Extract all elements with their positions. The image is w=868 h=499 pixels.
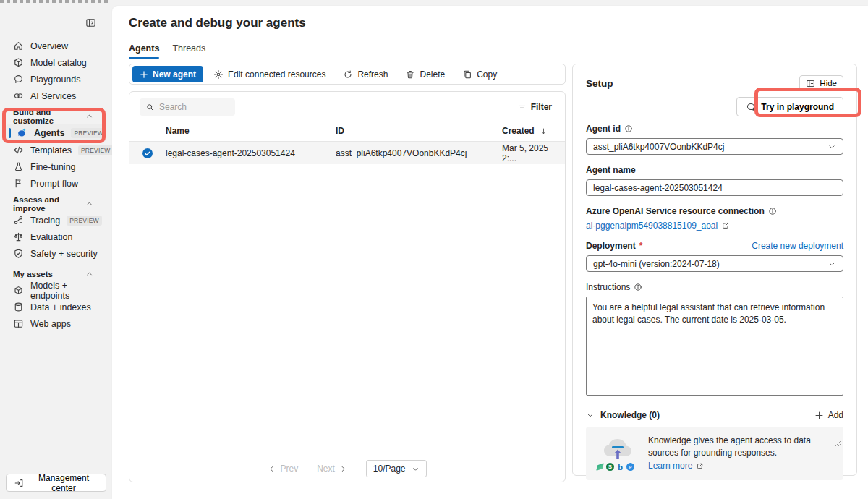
scales-icon [13,231,24,242]
prev-page-button[interactable]: Prev [268,464,298,474]
deployment-select[interactable]: gpt-4o-mini (version:2024-07-18) [586,255,843,272]
chat-icon [13,74,24,85]
toolbar: New agent Edit connected resources Refre… [129,64,566,85]
aoai-connection-label: Azure OpenAI Service resource connection [586,206,765,216]
table-row[interactable]: legal-cases-agent-202503051424 asst_pliA… [129,142,565,164]
chevron-down-icon [827,142,836,151]
filter-button[interactable]: Filter [514,102,555,112]
try-in-playground-button[interactable]: Try in playground [736,97,843,116]
sidebar-section-build[interactable]: Build and customize [0,108,112,124]
code-icon [13,145,24,155]
agent-id-select[interactable]: asst_pliA6tkp4007VOonbKKdP4cj [586,138,843,155]
collapse-sidebar-icon[interactable] [85,17,96,28]
catalog-icon [13,57,24,68]
info-icon[interactable] [624,124,633,133]
sidebar-item-templates[interactable]: Templates PREVIEW [0,142,112,158]
sidebar-item-label: Agents [34,128,64,138]
database-icon [13,302,24,312]
agent-name-label: Agent name [586,165,636,175]
sidebar-item-prompt-flow[interactable]: Prompt flow [0,175,112,192]
sidebar-item-label: Prompt flow [30,179,78,189]
chevron-up-icon [85,200,93,208]
instructions-textarea[interactable]: You are a helpful legal assistant that c… [586,297,843,396]
copy-icon [462,69,472,80]
section-label: Assess and improve [13,195,85,213]
plus-icon [140,70,148,79]
page-size-select[interactable]: 10/Page [366,460,427,477]
sidebar-item-label: Model catalog [30,58,87,68]
cell-created: Mar 5, 2025 2:... [502,143,565,163]
column-id[interactable]: ID [336,126,502,136]
sharepoint-icon: S [606,463,614,471]
sidebar-item-evaluation[interactable]: Evaluation [0,229,112,245]
selected-check-icon[interactable] [142,148,153,159]
search-icon [145,103,155,112]
chevron-down-icon [586,411,595,419]
create-new-deployment-link[interactable]: Create new deployment [752,241,843,251]
external-link-icon [721,221,730,230]
instructions-label: Instructions [586,282,630,292]
home-icon [13,40,24,51]
textarea-resize-handle[interactable] [835,440,842,446]
preview-badge: PREVIEW [71,128,106,138]
bing-icon: b [616,463,624,471]
tab-threads[interactable]: Threads [172,43,205,59]
aoai-connection-link[interactable]: ai-pggenaipm549038815109_aoai [586,221,730,231]
flask-icon [13,161,24,172]
table-header: Name ID Created [129,120,565,142]
search-box[interactable] [140,98,235,116]
management-center-button[interactable]: Management center [6,474,106,492]
new-agent-button[interactable]: New agent [132,66,203,82]
next-page-button[interactable]: Next [317,464,347,474]
column-name[interactable]: Name [166,126,336,136]
trash-icon [405,69,415,80]
sort-descending-icon [540,127,548,135]
agent-name-input[interactable] [586,179,843,196]
tab-agents[interactable]: Agents [129,43,159,59]
shield-check-icon [13,248,24,259]
fabric-icon [596,463,604,471]
sidebar-item-safety[interactable]: Safety + security [0,245,112,262]
sidebar-item-fine-tuning[interactable]: Fine-tuning [0,158,112,175]
cell-agent-id: asst_pliA6tkp4007VOonbKKdP4cj [336,148,502,158]
sidebar-section-assess[interactable]: Assess and improve [0,195,112,212]
column-created[interactable]: Created [502,126,565,136]
edit-connected-resources-button[interactable]: Edit connected resources [206,66,333,82]
management-center-label: Management center [29,473,98,493]
chevron-right-icon [339,465,347,473]
sidebar-item-agents[interactable]: Agents PREVIEW [6,124,106,142]
page-title: Create and debug your agents [129,16,306,30]
info-icon[interactable] [634,283,642,291]
hide-panel-button[interactable]: Hide [799,75,843,91]
knowledge-section-toggle[interactable]: Knowledge (0) [586,410,660,420]
copy-button[interactable]: Copy [455,66,504,82]
knowledge-info-text: Knowledge gives the agent access to data… [648,435,833,472]
deployment-label: Deployment [586,241,636,251]
knowledge-info-card: S b ⌕ Knowledge gives the agent access t… [586,427,843,480]
preview-badge: PREVIEW [78,145,114,155]
info-icon[interactable] [768,207,777,216]
sidebar-item-data-indexes[interactable]: Data + indexes [0,299,112,315]
search-input[interactable] [159,102,231,112]
setup-title: Setup [586,75,613,89]
refresh-button[interactable]: Refresh [336,66,395,82]
sidebar-item-label: Data + indexes [30,302,91,312]
box-icon [13,285,24,296]
sidebar-item-model-catalog[interactable]: Model catalog [0,54,112,71]
sidebar-item-web-apps[interactable]: Web apps [0,315,112,332]
sidebar-item-tracing[interactable]: Tracing PREVIEW [0,212,112,229]
panel-collapse-icon [806,79,815,88]
required-asterisk: * [639,241,643,251]
agents-table-card: Filter Name ID Created legal-cases-agent… [129,91,566,482]
ai-services-icon [13,90,24,101]
sidebar-item-ai-services[interactable]: AI Services [0,88,112,104]
agents-icon [16,127,27,139]
search-row: Filter [129,92,565,120]
learn-more-link[interactable]: Learn more [648,460,704,472]
sidebar-item-playgrounds[interactable]: Playgrounds [0,71,112,88]
add-knowledge-button[interactable]: Add [814,410,843,420]
section-label: Build and customize [13,108,85,125]
sidebar-item-overview[interactable]: Overview [0,38,112,54]
sidebar-item-models-endpoints[interactable]: Models + endpoints [0,282,112,299]
delete-button[interactable]: Delete [398,66,452,82]
